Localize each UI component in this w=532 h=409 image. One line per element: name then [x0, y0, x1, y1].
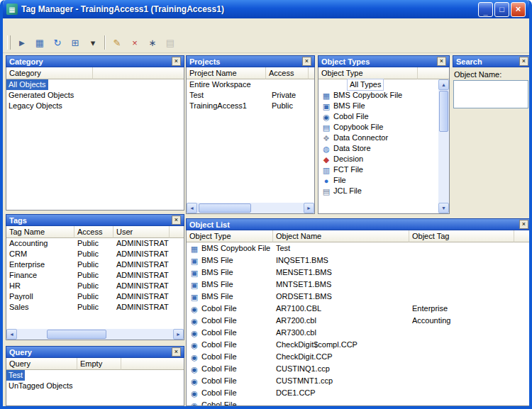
- cobol-file-icon: ◉: [189, 364, 199, 374]
- ORDSET1.BMS[interactable]: ▣BMS File ORDSET1.BMS: [187, 291, 531, 303]
- MNTSET1.BMS[interactable]: ▣BMS File MNTSET1.BMS: [187, 279, 531, 291]
- column-header-user[interactable]: User: [113, 226, 170, 238]
- Test[interactable]: Test Private: [187, 90, 314, 101]
- column-header-object-name[interactable]: Object Name: [273, 230, 409, 242]
- object-type-row[interactable]: ▥ FCT File: [318, 164, 438, 175]
- tag-row[interactable]: CRM Public ADMINISTRAT: [6, 249, 184, 259]
- toolbar-grip[interactable]: [7, 35, 11, 50]
- close-button[interactable]: ×: [511, 2, 526, 17]
- tag-row[interactable]: HR Public ADMINISTRAT: [6, 281, 184, 291]
- toolbar-expand-dropdown-button[interactable]: ▾: [84, 34, 101, 51]
- object-types-column-headers: Object Type: [318, 67, 449, 79]
- projects-close-icon[interactable]: ×: [302, 57, 311, 66]
- object-type-row[interactable]: ● File: [318, 175, 438, 186]
- category-row[interactable]: Legacy Objects: [6, 101, 184, 111]
- object-type-row[interactable]: ▤ JCL File: [318, 186, 438, 196]
- maximize-button[interactable]: □: [494, 2, 509, 17]
- tag-row[interactable]: Enterprise Public ADMINISTRAT: [6, 259, 184, 270]
- CUSTMNT1.ccp[interactable]: ◉Cobol File CUSTMNT1.ccp: [187, 375, 531, 387]
- scroll-left-icon[interactable]: ◄: [187, 203, 197, 213]
- column-header-category[interactable]: Category: [6, 67, 93, 79]
- menu-edit[interactable]: [14, 24, 24, 27]
- object-type-row[interactable]: ❖ Data Connector: [318, 133, 438, 143]
- scroll-left-icon[interactable]: ◄: [6, 329, 17, 340]
- CUSTINQ1.ccp[interactable]: ◉Cobol File CUSTINQ1.ccp: [187, 363, 531, 375]
- tags-panel-title: Tags: [9, 216, 27, 225]
- object-types-panel-header: Object Types ×: [318, 55, 450, 67]
- column-header-project-name[interactable]: Project Name: [187, 67, 266, 79]
- column-header-query[interactable]: Query: [6, 358, 77, 370]
- category-close-icon[interactable]: ×: [172, 57, 181, 66]
- object-type-row[interactable]: ◆ Decision: [318, 154, 438, 164]
- query-close-icon[interactable]: ×: [172, 347, 181, 357]
- toolbar-edit-tags-button[interactable]: ✎: [109, 34, 126, 51]
- minimize-button[interactable]: _: [478, 2, 493, 17]
- toolbar-remove-tags-button[interactable]: ×: [126, 34, 143, 51]
- search-close-icon[interactable]: ×: [519, 57, 528, 66]
- scroll-down-icon[interactable]: ▼: [438, 203, 449, 213]
- AR7300.cbl[interactable]: ◉Cobol File AR7300.cbl: [187, 327, 531, 339]
- tag-row[interactable]: Accounting Public ADMINISTRAT: [6, 238, 184, 249]
- object-type-row[interactable]: ◉ Cobol File: [318, 111, 438, 122]
- projects-column-headers: Project Name Access: [187, 67, 314, 79]
- tags-horizontal-scrollbar[interactable]: ◄ ►: [6, 329, 184, 340]
- fct-file-icon: ▥: [321, 165, 331, 175]
- query-panel-header: Query ×: [6, 346, 184, 358]
- tag-row[interactable]: Payroll Public ADMINISTRAT: [6, 291, 184, 302]
- menu-help[interactable]: [44, 24, 54, 27]
- column-header-object-type[interactable]: Object Type: [318, 67, 418, 79]
- UnTagged Objects[interactable]: UnTagged Objects: [6, 381, 184, 391]
- toolbar-navigate-button[interactable]: ►: [13, 34, 31, 51]
- column-header-object-type[interactable]: Object Type: [187, 230, 273, 242]
- jcl-file-icon: ▤: [321, 186, 331, 196]
- column-header-blank: [93, 67, 184, 79]
- Test[interactable]: Test: [6, 370, 184, 381]
- scrollbar-thumb[interactable]: [47, 330, 106, 339]
- object-type-row[interactable]: ▤ Copybook File: [318, 122, 438, 133]
- column-header-access[interactable]: Access: [74, 226, 113, 238]
- Test[interactable]: ▦BMS Copybook File Test: [187, 242, 531, 254]
- tags-close-icon[interactable]: ×: [172, 215, 181, 225]
- menu-view[interactable]: [24, 24, 34, 27]
- AR7200.cbl[interactable]: ◉Cobol File AR7200.cbl Accounting: [187, 315, 531, 327]
- TrainingAccess1[interactable]: TrainingAccess1 Public: [187, 101, 314, 111]
- menu-query[interactable]: [34, 24, 44, 27]
- toolbar-grid-button[interactable]: ▦: [31, 34, 48, 51]
- Entire Workspace[interactable]: Entire Workspace: [187, 79, 314, 90]
- toolbar-apply-tags-button[interactable]: ∗: [144, 34, 161, 51]
- column-header-empty[interactable]: Empty: [77, 358, 121, 370]
- CheckDigit.CCP[interactable]: ◉Cobol File CheckDigit.CCP: [187, 351, 531, 363]
- object-list-close-icon[interactable]: ×: [519, 220, 528, 229]
- category-row[interactable]: All Objects: [6, 79, 184, 90]
- scrollbar-thumb[interactable]: [199, 203, 251, 213]
- MENSET1.BMS[interactable]: ▣BMS File MENSET1.BMS: [187, 267, 531, 279]
- search-panel-header: Search ×: [453, 55, 532, 67]
- object-type-row[interactable]: ◍ Data Store: [318, 143, 438, 154]
- category-row[interactable]: Generated Objects: [6, 90, 184, 101]
- CheckDigit$compl.CCP[interactable]: ◉Cobol File CheckDigit$compl.CCP: [187, 339, 531, 351]
- scroll-right-icon[interactable]: ►: [304, 203, 314, 213]
- column-header-tag-name[interactable]: Tag Name: [6, 226, 74, 238]
- tag-row[interactable]: Finance Public ADMINISTRAT: [6, 270, 184, 281]
- DCE1.CCP[interactable]: ◉Cobol File DCE1.CCP: [187, 387, 531, 399]
- object-types-vertical-scrollbar[interactable]: ▲ ▼: [438, 79, 449, 213]
- object-types-all-types-row[interactable]: All Types: [318, 79, 438, 90]
- AR7100.CBL[interactable]: ◉Cobol File AR7100.CBL Enterprise: [187, 303, 531, 315]
- toolbar-refresh-button[interactable]: ↻: [49, 34, 66, 51]
- scrollbar-thumb[interactable]: [439, 91, 448, 132]
- object-types-close-icon[interactable]: ×: [437, 57, 446, 66]
- toolbar-expand-button[interactable]: ⊞: [67, 34, 84, 51]
- object-type-row[interactable]: ▦ BMS Copybook File: [318, 90, 438, 101]
- projects-horizontal-scrollbar[interactable]: ◄ ►: [187, 203, 314, 213]
- tag-row[interactable]: Sales Public ADMINISTRAT: [6, 302, 184, 313]
- object-list-row[interactable]: ◉Cobol File: [187, 399, 531, 406]
- column-header-object-tag[interactable]: Object Tag: [409, 230, 514, 242]
- scroll-up-icon[interactable]: ▲: [438, 79, 449, 90]
- column-header-access[interactable]: Access: [266, 67, 309, 79]
- INQSET1.BMS[interactable]: ▣BMS File INQSET1.BMS: [187, 254, 531, 267]
- scroll-right-icon[interactable]: ►: [173, 329, 184, 340]
- object-types-panel-title: Object Types: [321, 57, 370, 66]
- object-name-input[interactable]: [453, 80, 528, 108]
- object-type-row[interactable]: ▣ BMS File: [318, 101, 438, 111]
- menu-file[interactable]: [4, 24, 14, 27]
